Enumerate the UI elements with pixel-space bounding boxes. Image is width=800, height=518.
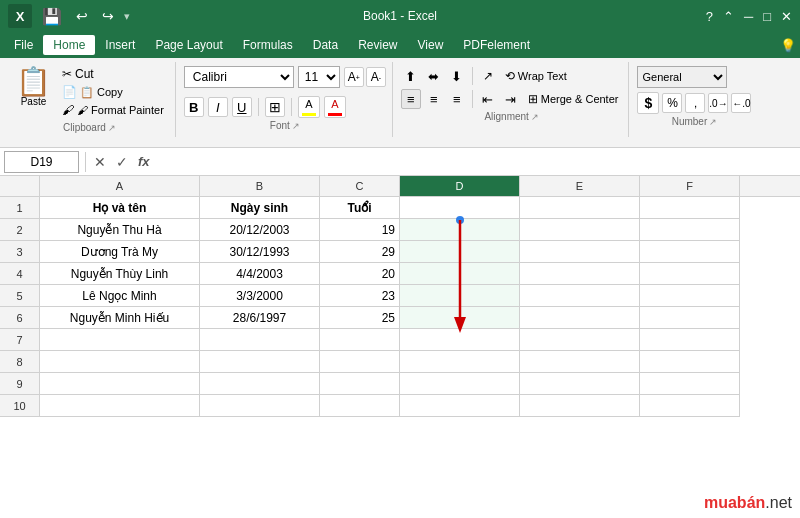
menu-formulas[interactable]: Formulas — [233, 35, 303, 55]
cell-3-C[interactable]: 29 — [320, 241, 400, 263]
cell-5-A[interactable]: Lê Ngọc Minh — [40, 285, 200, 307]
lightbulb-icon[interactable]: 💡 — [780, 38, 796, 53]
comma-button[interactable]: ‚ — [685, 93, 705, 113]
cell-5-F[interactable] — [640, 285, 740, 307]
cell-9-E[interactable] — [520, 373, 640, 395]
menu-home[interactable]: Home — [43, 35, 95, 55]
cell-7-E[interactable] — [520, 329, 640, 351]
increase-font-size-button[interactable]: A+ — [344, 67, 364, 87]
cell-6-B[interactable]: 28/6/1997 — [200, 307, 320, 329]
bold-button[interactable]: B — [184, 97, 204, 117]
cell-8-F[interactable] — [640, 351, 740, 373]
insert-function-icon[interactable]: fx — [136, 152, 152, 171]
cell-2-C[interactable]: 19 — [320, 219, 400, 241]
cell-6-D[interactable] — [400, 307, 520, 329]
cell-5-C[interactable]: 23 — [320, 285, 400, 307]
col-header-e[interactable]: E — [520, 176, 640, 196]
underline-button[interactable]: U — [232, 97, 252, 117]
format-painter-button[interactable]: 🖌 🖌 Format Painter — [59, 102, 167, 118]
align-left-button[interactable]: ≡ — [401, 89, 421, 109]
cell-2-D[interactable] — [400, 219, 520, 241]
col-header-c[interactable]: C — [320, 176, 400, 196]
text-angle-button[interactable]: ↗ — [478, 66, 498, 86]
cell-4-F[interactable] — [640, 263, 740, 285]
alignment-expand-icon[interactable]: ↗ — [531, 112, 539, 122]
decrease-decimal-button[interactable]: ←.0 — [731, 93, 751, 113]
menu-page-layout[interactable]: Page Layout — [145, 35, 232, 55]
cell-3-A[interactable]: Dương Trà My — [40, 241, 200, 263]
number-format-select[interactable]: General — [637, 66, 727, 88]
row-num-8[interactable]: 8 — [0, 351, 40, 373]
italic-button[interactable]: I — [208, 97, 228, 117]
increase-indent-button[interactable]: ⇥ — [501, 89, 521, 109]
percent-button[interactable]: % — [662, 93, 682, 113]
cell-7-A[interactable] — [40, 329, 200, 351]
menu-data[interactable]: Data — [303, 35, 348, 55]
cell-1-C[interactable]: Tuổi — [320, 197, 400, 219]
cell-4-A[interactable]: Nguyễn Thùy Linh — [40, 263, 200, 285]
row-num-9[interactable]: 9 — [0, 373, 40, 395]
col-header-d[interactable]: D — [400, 176, 520, 196]
cell-7-C[interactable] — [320, 329, 400, 351]
row-num-1[interactable]: 1 — [0, 197, 40, 219]
cell-9-F[interactable] — [640, 373, 740, 395]
menu-insert[interactable]: Insert — [95, 35, 145, 55]
cell-1-D[interactable] — [400, 197, 520, 219]
cell-3-E[interactable] — [520, 241, 640, 263]
row-num-3[interactable]: 3 — [0, 241, 40, 263]
cell-7-B[interactable] — [200, 329, 320, 351]
cell-5-E[interactable] — [520, 285, 640, 307]
cell-8-E[interactable] — [520, 351, 640, 373]
cell-4-B[interactable]: 4/4/2003 — [200, 263, 320, 285]
menu-review[interactable]: Review — [348, 35, 407, 55]
help-icon[interactable]: ? — [706, 9, 713, 24]
col-header-f[interactable]: F — [640, 176, 740, 196]
col-header-b[interactable]: B — [200, 176, 320, 196]
cell-8-D[interactable] — [400, 351, 520, 373]
cell-3-B[interactable]: 30/12/1993 — [200, 241, 320, 263]
cell-4-D[interactable] — [400, 263, 520, 285]
cell-5-B[interactable]: 3/3/2000 — [200, 285, 320, 307]
cell-2-E[interactable] — [520, 219, 640, 241]
align-bottom-button[interactable]: ⬇ — [447, 66, 467, 86]
cell-7-D[interactable] — [400, 329, 520, 351]
confirm-formula-icon[interactable]: ✓ — [114, 152, 130, 172]
menu-pdfelement[interactable]: PDFelement — [453, 35, 540, 55]
cell-9-B[interactable] — [200, 373, 320, 395]
cell-6-A[interactable]: Nguyễn Minh Hiếu — [40, 307, 200, 329]
cell-1-A[interactable]: Họ và tên — [40, 197, 200, 219]
cell-6-C[interactable]: 25 — [320, 307, 400, 329]
cell-7-F[interactable] — [640, 329, 740, 351]
font-name-select[interactable]: Calibri — [184, 66, 294, 88]
quick-access-more[interactable]: ▾ — [124, 10, 130, 23]
redo-button[interactable]: ↪ — [98, 6, 118, 26]
cell-8-A[interactable] — [40, 351, 200, 373]
cut-button[interactable]: ✂ Cut — [59, 66, 167, 82]
cell-9-C[interactable] — [320, 373, 400, 395]
cell-10-A[interactable] — [40, 395, 200, 417]
cell-3-F[interactable] — [640, 241, 740, 263]
formula-input[interactable] — [156, 151, 796, 173]
menu-view[interactable]: View — [408, 35, 454, 55]
cell-2-F[interactable] — [640, 219, 740, 241]
close-button[interactable]: ✕ — [781, 9, 792, 24]
font-color-button[interactable]: A — [324, 96, 346, 118]
cell-1-B[interactable]: Ngày sinh — [200, 197, 320, 219]
font-size-select[interactable]: 11 — [298, 66, 340, 88]
save-button[interactable]: 💾 — [38, 5, 66, 28]
cell-10-B[interactable] — [200, 395, 320, 417]
cell-6-F[interactable] — [640, 307, 740, 329]
font-expand-icon[interactable]: ↗ — [292, 121, 300, 131]
decrease-indent-button[interactable]: ⇤ — [478, 89, 498, 109]
cell-10-E[interactable] — [520, 395, 640, 417]
cell-1-F[interactable] — [640, 197, 740, 219]
decrease-font-size-button[interactable]: A- — [366, 67, 386, 87]
cell-2-A[interactable]: Nguyễn Thu Hà — [40, 219, 200, 241]
clipboard-expand-icon[interactable]: ↗ — [108, 123, 116, 133]
cancel-formula-icon[interactable]: ✕ — [92, 152, 108, 172]
row-num-5[interactable]: 5 — [0, 285, 40, 307]
cell-8-C[interactable] — [320, 351, 400, 373]
cell-8-B[interactable] — [200, 351, 320, 373]
cell-9-D[interactable] — [400, 373, 520, 395]
wrap-text-button[interactable]: ⟲ Wrap Text — [501, 67, 571, 85]
